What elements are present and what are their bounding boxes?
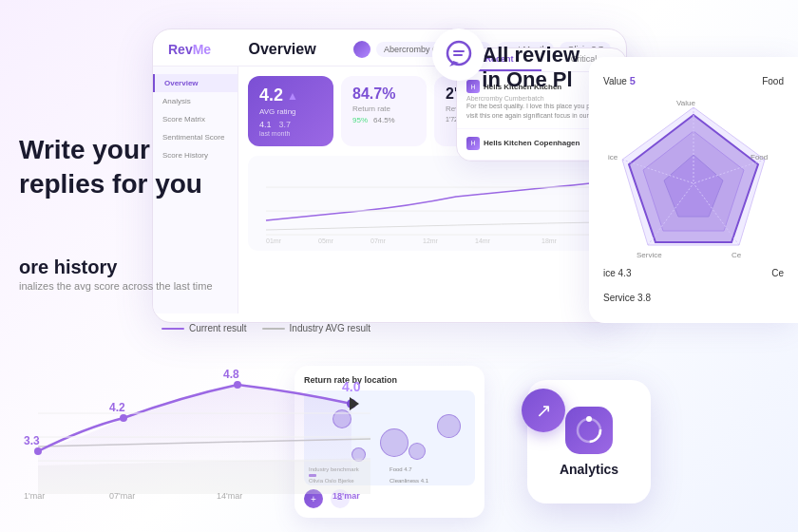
- sidebar-item-analysis[interactable]: Analysis: [153, 92, 238, 110]
- svg-text:12mr: 12mr: [423, 238, 439, 244]
- svg-text:18mr: 18mr: [542, 238, 558, 244]
- svg-text:14mr: 14mr: [475, 238, 491, 244]
- spider-label-ice: ice 4.3: [603, 263, 631, 280]
- svg-text:07'mar: 07'mar: [109, 491, 135, 501]
- svg-text:18'mar: 18'mar: [332, 491, 360, 501]
- svg-text:Value: Value: [676, 99, 695, 107]
- score-chart: 3.3 4.2 4.8 4.0 1'mar 07'mar 14'mar 18'm…: [10, 314, 418, 504]
- dashboard-mini-chart: 01mr 05mr 07mr 12mr 14mr 18mr Show Uber …: [248, 156, 617, 251]
- avg-sub: last month: [259, 130, 322, 137]
- spider-label-service: Service 3.8: [603, 288, 651, 305]
- svg-text:Ce: Ce: [732, 251, 742, 259]
- svg-point-25: [447, 42, 470, 65]
- chart-note: Show Uber Unavailable Analysis: [256, 250, 609, 251]
- app-logo: RevMe: [168, 42, 211, 57]
- legend-industry: Industry AVG result: [262, 323, 370, 333]
- spider-bottom-labels: ice 4.3 Ce: [603, 263, 784, 280]
- svg-text:Food: Food: [750, 153, 768, 162]
- score-history-section: ore history inalizes the avg score acros…: [0, 247, 232, 301]
- return-rate-card: 84.7% Return rate 95% 64.5%: [341, 76, 427, 146]
- spider-chart-container: Value Food Ce Service ice: [608, 98, 779, 259]
- svg-text:Service: Service: [636, 251, 662, 259]
- svg-text:1'mar: 1'mar: [24, 491, 45, 501]
- analytics-icon: [565, 407, 613, 454]
- trend-icon: ↗: [536, 399, 552, 422]
- spider-panel: Value 5 Food Value Food Ce S: [589, 57, 798, 323]
- hero-left-text: Write your replies for you: [0, 114, 221, 229]
- svg-text:05mr: 05mr: [318, 238, 334, 244]
- svg-text:07mr: 07mr: [370, 238, 387, 244]
- svg-point-35: [578, 419, 600, 442]
- svg-marker-4: [350, 397, 359, 410]
- score-history-desc: inalizes the avg score across the last t…: [19, 280, 213, 292]
- svg-point-0: [34, 447, 42, 455]
- avg-rating-label: AVG rating: [259, 107, 322, 116]
- avg-rating-card: 4.2 ▲ AVG rating 4.1 3.7 last month: [248, 76, 333, 146]
- chat-bubble-icon: [432, 28, 484, 81]
- trend-indicator: ▲: [287, 89, 298, 103]
- avg-current: 4.1: [259, 120, 272, 129]
- chart-legend: Current result Industry AVG result: [162, 323, 370, 333]
- return-rate-label: Return rate: [352, 104, 415, 113]
- sidebar-item-overview[interactable]: Overview: [153, 74, 238, 92]
- legend-industry-line: [262, 328, 285, 330]
- spider-bottom-row: Service 3.8: [603, 288, 784, 305]
- review-name-2: Hells Kitchen Copenhagen: [484, 139, 580, 147]
- hero-heading: Write your replies for you: [19, 133, 202, 202]
- spider-label-value: Value 5: [603, 71, 636, 88]
- legend-current-line: [162, 328, 184, 330]
- svg-text:01mr: 01mr: [266, 238, 282, 244]
- user-avatar: [353, 41, 370, 58]
- svg-text:4.8: 4.8: [223, 368, 239, 381]
- legend-industry-label: Industry AVG result: [290, 323, 370, 333]
- return-rate-value: 84.7%: [352, 86, 415, 103]
- analytics-label: Analytics: [560, 462, 618, 477]
- svg-point-36: [586, 416, 592, 422]
- dashboard-title: Overview: [248, 41, 315, 58]
- trend-button[interactable]: ↗: [522, 389, 565, 432]
- spider-header: Value 5 Food: [603, 71, 784, 88]
- spider-label-food: Food: [762, 71, 784, 88]
- svg-point-2: [234, 381, 241, 389]
- score-history-title: ore history: [19, 256, 213, 278]
- all-reviews-text: All review in One Pl: [482, 43, 580, 93]
- all-reviews-heading: All review in One Pl: [482, 43, 580, 93]
- avg-last-month: 3.7: [279, 120, 292, 129]
- svg-text:ice: ice: [608, 153, 618, 162]
- return-sub1: 95%: [352, 116, 368, 124]
- legend-current: Current result: [162, 323, 247, 333]
- review-platform-icon-2: H: [466, 137, 480, 150]
- legend-current-label: Current result: [189, 323, 247, 333]
- svg-text:14'mar: 14'mar: [217, 491, 242, 501]
- svg-text:3.3: 3.3: [24, 434, 40, 447]
- svg-point-1: [120, 414, 127, 422]
- return-sub2: 64.5%: [373, 116, 395, 124]
- spider-label-ce: Ce: [771, 263, 784, 280]
- svg-text:4.0: 4.0: [342, 379, 361, 394]
- review-platform-icon-1: H: [466, 80, 480, 93]
- svg-text:4.2: 4.2: [109, 401, 125, 414]
- avg-rating-value: 4.2: [259, 86, 283, 105]
